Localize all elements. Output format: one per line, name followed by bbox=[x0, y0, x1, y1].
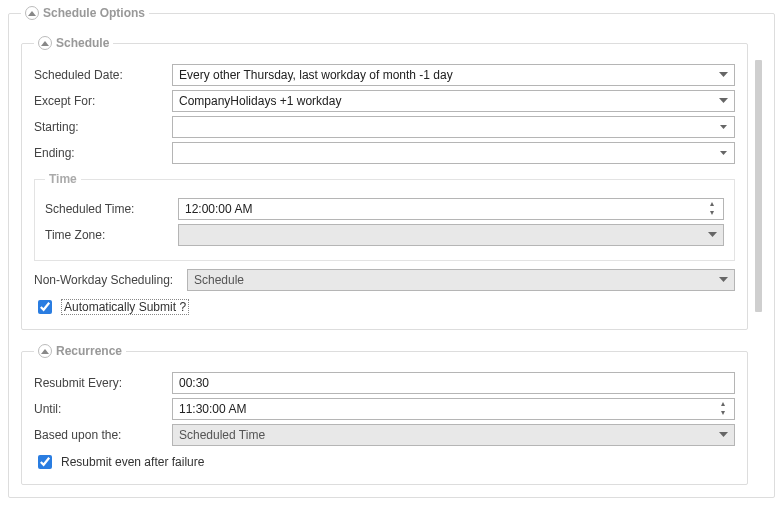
non-workday-select[interactable]: Schedule bbox=[187, 269, 735, 291]
scheduled-date-value: Every other Thursday, last workday of mo… bbox=[179, 68, 453, 82]
row-non-workday: Non-Workday Scheduling: Schedule bbox=[34, 269, 735, 291]
auto-submit-checkbox[interactable] bbox=[38, 300, 52, 314]
spinner-down-icon[interactable]: ▾ bbox=[721, 409, 725, 418]
schedule-group: Schedule Scheduled Date: Every other Thu… bbox=[21, 36, 748, 330]
collapse-up-icon[interactable] bbox=[38, 344, 52, 358]
except-for-label: Except For: bbox=[34, 94, 164, 108]
time-title: Time bbox=[45, 172, 81, 186]
row-based-upon: Based upon the: Scheduled Time bbox=[34, 424, 735, 446]
spinner-buttons[interactable]: ▴ ▾ bbox=[715, 399, 731, 419]
time-zone-label: Time Zone: bbox=[45, 228, 170, 242]
row-until: Until: 11:30:00 AM ▴ ▾ bbox=[34, 398, 735, 420]
schedule-title: Schedule bbox=[56, 36, 109, 50]
until-label: Until: bbox=[34, 402, 164, 416]
row-scheduled-date: Scheduled Date: Every other Thursday, la… bbox=[34, 64, 735, 86]
scheduled-date-label: Scheduled Date: bbox=[34, 68, 164, 82]
except-for-select[interactable]: CompanyHolidays +1 workday bbox=[172, 90, 735, 112]
resubmit-every-input[interactable]: 00:30 bbox=[172, 372, 735, 394]
scheduled-time-label: Scheduled Time: bbox=[45, 202, 170, 216]
scrollbar-thumb[interactable] bbox=[755, 60, 762, 312]
collapse-up-icon[interactable] bbox=[25, 6, 39, 20]
resubmit-every-value: 00:30 bbox=[179, 376, 209, 390]
resubmit-every-label: Resubmit Every: bbox=[34, 376, 164, 390]
based-upon-value: Scheduled Time bbox=[179, 428, 265, 442]
starting-input[interactable] bbox=[172, 116, 735, 138]
chevron-down-icon bbox=[704, 225, 720, 245]
except-for-value: CompanyHolidays +1 workday bbox=[179, 94, 341, 108]
schedule-options-title: Schedule Options bbox=[43, 6, 145, 20]
based-upon-label: Based upon the: bbox=[34, 428, 164, 442]
recurrence-title: Recurrence bbox=[56, 344, 122, 358]
row-resubmit-every: Resubmit Every: 00:30 bbox=[34, 372, 735, 394]
until-value: 11:30:00 AM bbox=[179, 402, 246, 416]
row-scheduled-time: Scheduled Time: 12:00:00 AM ▴ ▾ bbox=[45, 198, 724, 220]
chevron-down-icon bbox=[715, 270, 731, 290]
scheduled-date-select[interactable]: Every other Thursday, last workday of mo… bbox=[172, 64, 735, 86]
time-group: Time Scheduled Time: 12:00:00 AM ▴ ▾ bbox=[34, 172, 735, 261]
auto-submit-label[interactable]: Automatically Submit ? bbox=[61, 299, 189, 315]
row-auto-submit: Automatically Submit ? bbox=[34, 297, 735, 317]
row-time-zone: Time Zone: bbox=[45, 224, 724, 246]
non-workday-label: Non-Workday Scheduling: bbox=[34, 273, 179, 287]
row-starting: Starting: bbox=[34, 116, 735, 138]
chevron-down-icon bbox=[715, 65, 731, 85]
chevron-down-icon bbox=[715, 91, 731, 111]
time-zone-select[interactable] bbox=[178, 224, 724, 246]
non-workday-value: Schedule bbox=[194, 273, 244, 287]
recurrence-legend: Recurrence bbox=[34, 344, 126, 358]
dropdown-small-icon bbox=[715, 117, 731, 137]
recurrence-group: Recurrence Resubmit Every: 00:30 Until: … bbox=[21, 344, 748, 485]
ending-input[interactable] bbox=[172, 142, 735, 164]
scroll-area: Schedule Scheduled Date: Every other Thu… bbox=[21, 36, 762, 475]
app-root: Schedule Options Schedule Scheduled Date… bbox=[0, 6, 783, 505]
based-upon-select[interactable]: Scheduled Time bbox=[172, 424, 735, 446]
scroll-content: Schedule Scheduled Date: Every other Thu… bbox=[21, 36, 762, 485]
row-except-for: Except For: CompanyHolidays +1 workday bbox=[34, 90, 735, 112]
schedule-options-legend: Schedule Options bbox=[21, 6, 149, 20]
scheduled-time-spinner[interactable]: 12:00:00 AM ▴ ▾ bbox=[178, 198, 724, 220]
chevron-down-icon bbox=[715, 425, 731, 445]
row-ending: Ending: bbox=[34, 142, 735, 164]
spinner-buttons[interactable]: ▴ ▾ bbox=[704, 199, 720, 219]
row-resubmit-after-failure: Resubmit even after failure bbox=[34, 452, 735, 472]
starting-label: Starting: bbox=[34, 120, 164, 134]
scheduled-time-value: 12:00:00 AM bbox=[185, 202, 252, 216]
schedule-options-group: Schedule Options Schedule Scheduled Date… bbox=[8, 6, 775, 498]
dropdown-small-icon bbox=[715, 143, 731, 163]
ending-label: Ending: bbox=[34, 146, 164, 160]
schedule-legend: Schedule bbox=[34, 36, 113, 50]
resubmit-after-failure-checkbox[interactable] bbox=[38, 455, 52, 469]
collapse-up-icon[interactable] bbox=[38, 36, 52, 50]
spinner-down-icon[interactable]: ▾ bbox=[710, 209, 714, 218]
until-spinner[interactable]: 11:30:00 AM ▴ ▾ bbox=[172, 398, 735, 420]
resubmit-after-failure-label[interactable]: Resubmit even after failure bbox=[61, 455, 204, 469]
